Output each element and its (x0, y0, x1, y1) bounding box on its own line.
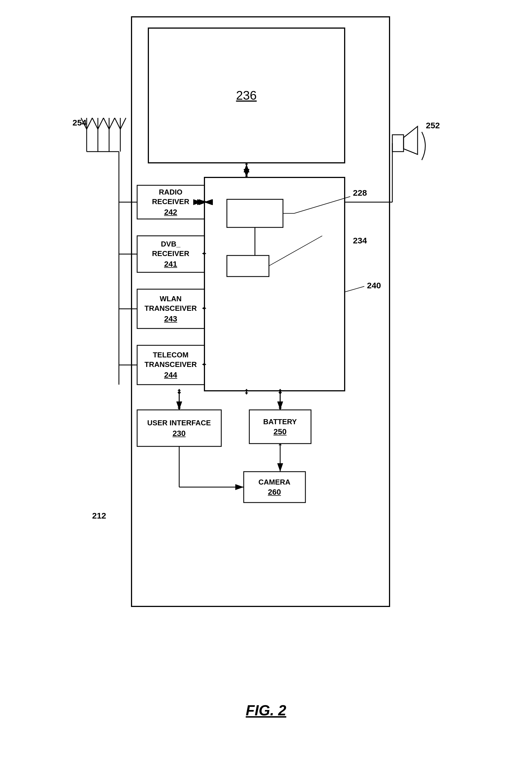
svg-marker-82 (178, 389, 181, 391)
svg-line-40 (115, 118, 120, 129)
dvb-receiver-box: DVB_ RECEIVER 241 (137, 236, 204, 272)
svg-line-42 (120, 118, 126, 129)
svg-line-32 (92, 118, 98, 129)
camera-ref: 260 (268, 488, 281, 497)
svg-marker-89 (278, 392, 282, 394)
svg-line-36 (103, 118, 109, 129)
radio-receiver-text: RADIO RECEIVER (152, 187, 189, 207)
svg-rect-8 (227, 199, 283, 228)
svg-marker-93 (278, 408, 282, 410)
svg-marker-56 (204, 363, 206, 366)
svg-line-30 (87, 118, 92, 129)
svg-marker-88 (278, 389, 282, 391)
svg-marker-53 (204, 307, 206, 309)
battery-ref: 250 (273, 427, 287, 436)
svg-marker-86 (245, 392, 248, 394)
svg-line-34 (98, 118, 103, 129)
svg-line-38 (109, 118, 115, 129)
radio-receiver-ref: 242 (164, 208, 177, 217)
svg-rect-7 (204, 177, 345, 391)
svg-rect-9 (227, 256, 269, 277)
figure-label: FIG. 2 (246, 702, 286, 719)
svg-marker-68 (278, 444, 282, 445)
user-interface-box: USER INTERFACE 230 (137, 410, 221, 446)
svg-marker-50 (204, 253, 206, 255)
wlan-transceiver-ref: 243 (164, 314, 177, 323)
svg-marker-79 (245, 163, 248, 164)
diagram: 236 RADIO RECEIVER 242 DVB_ RECEIVER 241… (70, 11, 462, 685)
svg-marker-83 (178, 392, 181, 394)
svg-marker-91 (178, 408, 181, 410)
camera-box: CAMERA 260 (244, 472, 305, 502)
svg-line-76 (269, 236, 322, 266)
ref-240-label: 240 (367, 281, 381, 290)
screen-label: 236 (148, 28, 345, 163)
svg-marker-63 (178, 391, 181, 392)
screen-ref: 236 (236, 88, 257, 102)
dvb-receiver-ref: 241 (164, 260, 177, 269)
battery-box: BATTERY 250 (249, 410, 311, 444)
ref-254-label: 254 (73, 118, 87, 127)
telecom-transceiver-text: TELECOM TRANSCEIVER (144, 350, 197, 369)
telecom-transceiver-ref: 244 (164, 371, 177, 380)
dvb-receiver-text: DVB_ RECEIVER (152, 240, 189, 259)
ref-212-label: 212 (92, 511, 106, 520)
svg-line-77 (345, 286, 364, 292)
battery-text: BATTERY (263, 417, 297, 426)
camera-text: CAMERA (258, 478, 290, 486)
svg-rect-71 (392, 135, 404, 151)
user-interface-ref: 230 (172, 429, 186, 438)
ref-252-label: 252 (426, 121, 440, 130)
svg-marker-47 (204, 201, 206, 203)
svg-line-75 (294, 197, 350, 214)
ref-228-label: 228 (353, 188, 367, 198)
svg-marker-85 (245, 389, 248, 391)
wlan-transceiver-box: WLAN TRANSCEIVER 243 (137, 289, 204, 329)
telecom-transceiver-box: TELECOM TRANSCEIVER 244 (137, 345, 204, 385)
ref-234-label: 234 (353, 236, 367, 245)
user-interface-text: USER INTERFACE (147, 418, 211, 428)
wlan-transceiver-text: WLAN TRANSCEIVER (144, 294, 197, 313)
svg-marker-80 (245, 176, 248, 177)
radio-receiver-box: RADIO RECEIVER 242 (137, 185, 204, 219)
svg-marker-65 (278, 391, 282, 392)
